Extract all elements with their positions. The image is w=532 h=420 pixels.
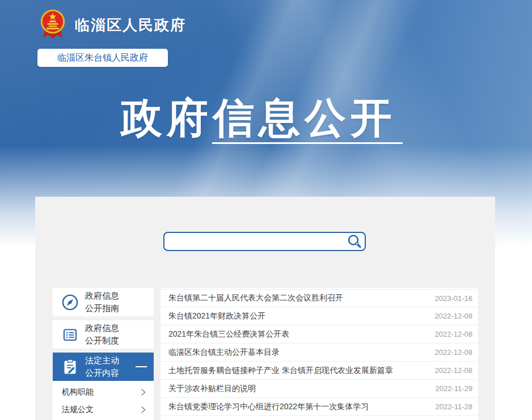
search-icon: [347, 234, 362, 249]
article-link[interactable]: 2021年朱台镇三公经费决算公开表: [168, 329, 289, 340]
sidebar-item-label: 法定主动 公开内容: [85, 354, 119, 379]
subsite-button[interactable]: 临淄区朱台镇人民政府: [37, 49, 168, 67]
chevron-right-icon: [140, 387, 146, 397]
article-date: 2023-01-16: [435, 294, 473, 303]
ledger-icon: [61, 326, 79, 343]
article-date: 2022-12-08: [435, 312, 473, 320]
page: 临淄区人民政府 临淄区朱台镇人民政府 政府信息公开: [0, 0, 532, 420]
clipboard-pen-icon: [61, 358, 79, 376]
sidebar-item-statutory-disclosure[interactable]: 法定主动 公开内容 —: [53, 353, 154, 381]
article-row[interactable]: 朱台镇2021年财政决算公开 2022-12-08: [161, 307, 478, 325]
search-input[interactable]: [163, 232, 366, 251]
compass-icon: [61, 294, 79, 311]
content-card: 政府信息 公开指南 政府信息 公开制度: [35, 197, 495, 420]
minus-icon: —: [136, 360, 147, 371]
article-date: 2022-11-28: [435, 402, 472, 411]
article-row[interactable]: 土地托管服务耦合链接种子产业 朱台镇开启现代农业发展新篇章 2022-12-08: [161, 362, 478, 380]
chevron-right-icon: [140, 405, 146, 415]
article-row[interactable]: 朱台镇第二十届人民代表大会第二次会议胜利召开 2023-01-16: [161, 289, 478, 307]
article-row[interactable]: 关于涉农补贴栏目的说明 2022-11-29: [161, 380, 478, 398]
article-row[interactable]: 朱台镇党委理论学习中心组进行2022年第十一次集体学习 2022-11-28: [161, 398, 478, 416]
sidebar-item-label: 政府信息 公开指南: [85, 290, 119, 315]
sidebar-item-gov-info-system[interactable]: 政府信息 公开制度: [53, 320, 154, 349]
article-date: 2022-11-29: [435, 384, 472, 393]
page-title: 政府信息公开: [121, 91, 396, 147]
article-list: 朱台镇第二十届人民代表大会第二次会议胜利召开 2023-01-16 朱台镇202…: [161, 288, 478, 420]
sidebar-item-gov-info-guide[interactable]: 政府信息 公开指南: [53, 288, 154, 316]
article-link[interactable]: 关于涉农补贴栏目的说明: [168, 384, 256, 394]
sidebar-subitem-org-functions[interactable]: 机构职能: [53, 383, 154, 401]
search-button[interactable]: [347, 234, 362, 249]
site-title: 临淄区人民政府: [75, 15, 186, 35]
article-link[interactable]: 朱台镇党委理论学习中心组进行2022年第十一次集体学习: [168, 402, 369, 412]
article-link[interactable]: 朱台镇2021年财政决算公开: [168, 311, 265, 321]
article-row[interactable]: 2021年朱台镇三公经费决算公开表 2022-12-08: [161, 325, 478, 343]
article-link[interactable]: 临淄区朱台镇主动公开基本目录: [168, 347, 280, 358]
article-link[interactable]: 朱台镇第二十届人民代表大会第二次会议胜利召开: [168, 293, 343, 303]
article-row[interactable]: 临淄区朱台镇主动公开基本目录 2022-12-08: [161, 343, 478, 362]
article-date: 2022-12-08: [435, 330, 473, 338]
sidebar-subitem-regulations[interactable]: 法规公文: [53, 401, 154, 418]
site-logo-header[interactable]: 临淄区人民政府: [37, 9, 186, 41]
sidebar-submenu: 机构职能 法规公文: [53, 381, 154, 420]
national-emblem-icon: [37, 9, 68, 41]
title-underline: [212, 142, 403, 144]
article-date: 2022-12-08: [435, 366, 473, 375]
article-date: 2022-12-08: [435, 348, 473, 357]
article-link[interactable]: 土地托管服务耦合链接种子产业 朱台镇开启现代农业发展新篇章: [168, 366, 393, 376]
search-bar: [163, 232, 366, 251]
sidebar-item-label: 政府信息 公开制度: [85, 322, 119, 347]
